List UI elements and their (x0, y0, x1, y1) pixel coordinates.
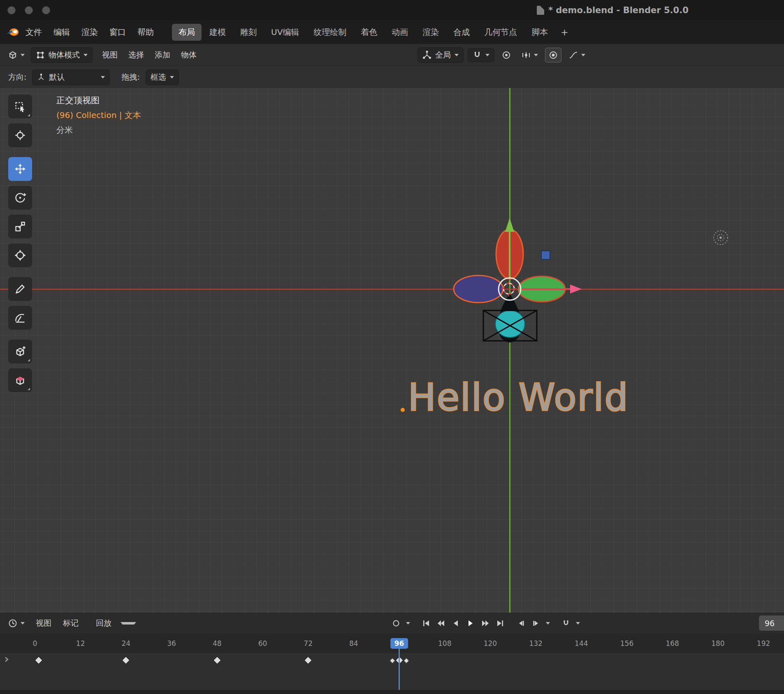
current-frame-field[interactable]: 96 (759, 615, 784, 631)
cursor-icon (14, 130, 26, 141)
chevron-down-icon (21, 54, 25, 56)
prev-keyframe-button[interactable] (434, 616, 448, 631)
light-object-icon[interactable] (714, 231, 728, 245)
add-primitive-tool[interactable] (8, 368, 32, 392)
keyframe-diamond[interactable] (304, 656, 313, 665)
viewport-3d[interactable]: Hello World 正交顶视图 (96) Collection | 文本 分… (0, 88, 784, 613)
jump-start-button[interactable] (419, 616, 434, 631)
menu-window[interactable]: 窗口 (104, 24, 132, 40)
gizmo-x-arrow[interactable] (570, 285, 582, 294)
tab-layout[interactable]: 布局 (172, 24, 202, 41)
scene-canvas: Hello World (0, 88, 784, 613)
traffic-lights (7, 0, 50, 20)
play-button[interactable] (463, 616, 478, 631)
scale-tool[interactable] (8, 215, 32, 238)
blender-logo-icon[interactable] (6, 27, 20, 37)
text-origin-dot (401, 408, 405, 412)
editor-type-dropdown[interactable] (5, 48, 28, 62)
chevron-down-icon (485, 54, 489, 56)
tab-rendering[interactable]: 渲染 (416, 24, 445, 41)
ruler-label: 60 (258, 639, 267, 648)
tab-uv-editing[interactable]: UV编辑 (264, 24, 306, 41)
drag-mode-dropdown[interactable]: 框选 (146, 69, 179, 85)
ruler-label: 24 (122, 639, 131, 648)
ruler-label: 144 (575, 639, 588, 648)
tab-texture-paint[interactable]: 纹理绘制 (307, 24, 353, 41)
menu-help[interactable]: 帮助 (132, 24, 160, 40)
mode-dropdown[interactable]: 物体模式 (31, 47, 93, 63)
select-box-tool[interactable] (8, 95, 32, 118)
auto-key-toggle[interactable] (389, 616, 404, 631)
timeline-editor-type-dropdown[interactable] (5, 616, 28, 630)
transform-tool[interactable] (8, 243, 32, 267)
keyframe-diamond[interactable] (121, 656, 131, 665)
close-window-button[interactable] (7, 6, 16, 14)
add-cube-tool[interactable] (8, 340, 32, 363)
prev-frame-button[interactable] (514, 616, 529, 631)
menu-render[interactable]: 渲染 (76, 24, 104, 40)
gizmo-y-arrow[interactable] (505, 218, 514, 232)
proportional-edit-toggle[interactable] (545, 48, 561, 62)
ruler-label: 48 (213, 639, 222, 648)
tab-sculpting[interactable]: 雕刻 (234, 24, 263, 41)
add-workspace-button[interactable]: + (556, 24, 573, 40)
select-box-icon (14, 101, 26, 112)
tab-shading[interactable]: 着色 (354, 24, 384, 41)
menu-edit[interactable]: 编辑 (48, 24, 76, 40)
timeline-track[interactable] (0, 652, 784, 690)
zoom-window-button[interactable] (42, 6, 50, 14)
current-frame-badge[interactable]: 96 (390, 638, 408, 649)
timeline-menu-marker[interactable]: 标记 (57, 618, 84, 629)
falloff-dropdown[interactable] (566, 48, 588, 62)
default-orientation-dropdown[interactable]: 默认 (32, 69, 110, 85)
pivot-point-button[interactable] (499, 48, 514, 62)
timeline-snap-toggle[interactable] (559, 616, 573, 631)
viewport-menu-select[interactable]: 选择 (123, 50, 149, 60)
play-reverse-button[interactable] (448, 616, 463, 631)
drag-label: 拖拽: (121, 72, 139, 83)
move-tool[interactable] (8, 157, 32, 181)
timeline-snap-dropdown[interactable] (573, 622, 582, 625)
tab-geometry-nodes[interactable]: 几何节点 (478, 24, 524, 41)
auto-key-dropdown[interactable] (404, 622, 413, 625)
channel-expand-icon[interactable] (3, 656, 10, 663)
viewport-menu-add[interactable]: 添加 (149, 50, 176, 60)
proportional-edit-dropdown[interactable] (518, 48, 541, 62)
timeline-menu-view[interactable]: 视图 (30, 618, 57, 629)
chevron-down-icon (121, 622, 136, 625)
measure-tool[interactable] (8, 306, 32, 330)
keyframe-diamond[interactable] (34, 656, 44, 665)
document-icon (537, 6, 544, 15)
snap-dropdown[interactable] (468, 48, 494, 62)
timeline-ruler[interactable]: 96 0122436486072849610812013214415616818… (0, 634, 784, 653)
frame-step-dropdown[interactable] (543, 622, 552, 625)
rotate-tool[interactable] (8, 186, 32, 210)
next-frame-button[interactable] (529, 616, 543, 631)
next-keyframe-button[interactable] (478, 616, 493, 631)
chevron-down-icon (534, 54, 538, 56)
titlebar: * demo.blend - Blender 5.0.0 (0, 0, 784, 20)
viewport-menu-view[interactable]: 视图 (97, 50, 123, 60)
transform-orientation-dropdown[interactable]: 全局 (418, 47, 464, 63)
empty-object[interactable] (541, 251, 550, 259)
playhead-line[interactable] (399, 642, 400, 690)
tab-modeling[interactable]: 建模 (203, 24, 232, 41)
jump-end-button[interactable] (493, 616, 508, 631)
tool-settings-bar: 方向: 默认 拖拽: 框选 (0, 66, 784, 88)
text-object[interactable]: Hello World (408, 376, 629, 419)
prev-keyframe-icon (437, 619, 445, 627)
mode-dropdown-label: 物体模式 (49, 50, 80, 60)
tab-compositing[interactable]: 合成 (447, 24, 476, 41)
workspace-tabs: 布局 建模 雕刻 UV编辑 纹理绘制 着色 动画 渲染 合成 几何节点 脚本 + (172, 24, 573, 41)
annotate-tool[interactable] (8, 277, 32, 301)
menu-file[interactable]: 文件 (20, 24, 48, 40)
cursor-tool[interactable] (8, 123, 32, 147)
ruler-label: 12 (76, 639, 85, 648)
timeline-menu-playback[interactable]: 回放 (84, 618, 142, 629)
viewport-menu-object[interactable]: 物体 (176, 50, 202, 60)
tab-animation[interactable]: 动画 (385, 24, 415, 41)
minimize-window-button[interactable] (25, 6, 33, 14)
ruler-label: 156 (620, 639, 633, 648)
keyframe-diamond[interactable] (212, 656, 222, 665)
tab-scripting[interactable]: 脚本 (525, 24, 554, 41)
